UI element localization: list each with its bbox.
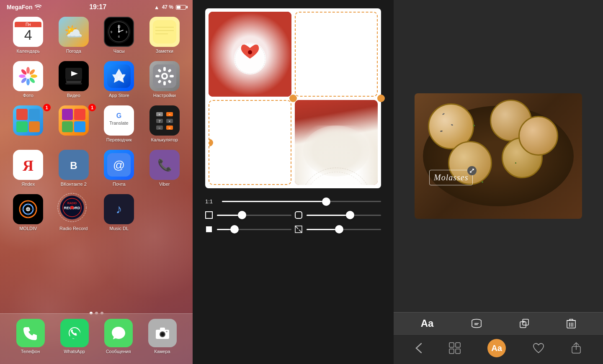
folder-mini-4	[29, 121, 40, 133]
app-translate[interactable]: G Translate Переводчик	[98, 105, 140, 142]
svg-text:6: 6	[118, 35, 120, 38]
viber-label: Viber	[159, 182, 170, 187]
svg-rect-91	[295, 212, 302, 218]
calc-icon: + ÷ 7 × − =	[149, 105, 180, 136]
app-viber[interactable]: 📞 Viber	[144, 150, 186, 187]
clock-label: Часы	[113, 49, 125, 54]
expand-slider-track-right[interactable]	[307, 229, 381, 230]
svg-point-20	[19, 74, 26, 78]
folder-mini-1	[16, 109, 28, 120]
weather-icon: ⛅	[59, 17, 89, 47]
grid-nav-btn[interactable]	[449, 342, 461, 354]
expand-slider-thumb-right[interactable]	[335, 225, 343, 233]
svg-text:RADIO: RADIO	[67, 202, 77, 205]
app-calendar[interactable]: Пн 4 Календарь	[8, 17, 49, 54]
app-photos[interactable]: Фото	[8, 61, 49, 98]
back-nav-btn[interactable]	[415, 343, 422, 354]
drag-handle-right[interactable]	[377, 95, 385, 102]
notes-label: Заметки	[156, 49, 173, 54]
app-folder1[interactable]: 1	[8, 105, 49, 142]
heart-nav-btn[interactable]	[533, 343, 544, 354]
app-notes[interactable]: Заметки	[144, 17, 186, 54]
svg-text:×: ×	[168, 119, 170, 123]
collage-canvas[interactable]	[205, 8, 381, 188]
app-folder2[interactable]: 1	[53, 105, 95, 142]
ratio-slider-thumb[interactable]	[322, 197, 330, 206]
text-overlay-box[interactable]: Molasses	[429, 170, 473, 185]
editor-canvas[interactable]: Molasses	[394, 0, 603, 312]
folder1-icon	[13, 105, 43, 136]
carrier-label: MegaFon	[7, 4, 32, 10]
record-label: Radio Record	[59, 226, 88, 231]
app-settings[interactable]: Настройки	[144, 61, 186, 98]
collage-cell-topleft[interactable]	[209, 12, 291, 97]
svg-text:📞: 📞	[157, 158, 172, 172]
collage-cell-topright[interactable]	[295, 12, 378, 97]
dock-messages[interactable]: Сообщения	[104, 319, 133, 354]
dock-phone[interactable]: Телефон	[16, 319, 45, 354]
musicdl-icon: ♪	[104, 194, 134, 224]
border-slider-thumb-left[interactable]	[238, 211, 246, 219]
app-grid: Пн 4 Календарь ⛅ Погода 12 6 9 3	[0, 13, 193, 235]
square-slider-track-left[interactable]	[217, 229, 291, 230]
app-weather[interactable]: ⛅ Погода	[53, 17, 95, 54]
text-editor-panel: molasses	[394, 0, 603, 364]
drag-handle-left[interactable]	[209, 139, 213, 146]
moldiv-label: MOLDIV	[19, 226, 37, 231]
dock-camera[interactable]: Камера	[148, 319, 177, 354]
share-nav-btn[interactable]	[571, 342, 581, 354]
dual-section-right1	[295, 211, 381, 219]
translate-label: Переводчик	[106, 137, 132, 142]
app-record[interactable]: RADIO RECORD Radio Record	[53, 194, 95, 231]
app-mail[interactable]: @ Почта	[98, 150, 140, 187]
svg-line-95	[299, 230, 302, 233]
app-clock[interactable]: 12 6 9 3 Часы	[98, 17, 140, 54]
app-calculator[interactable]: + ÷ 7 × − = Калькулятор	[144, 105, 186, 142]
svg-rect-110	[449, 349, 454, 354]
slider-controls: 1:1	[205, 198, 381, 233]
svg-point-87	[248, 50, 252, 54]
dock-whatsapp[interactable]: WhatsApp	[60, 319, 89, 354]
delete-tool-btn[interactable]	[567, 318, 576, 328]
weather-label: Погода	[66, 49, 81, 54]
svg-point-75	[70, 206, 74, 209]
video-icon	[59, 61, 89, 91]
border-slider-track-right[interactable]	[307, 215, 381, 216]
app-video[interactable]: Видео	[53, 61, 95, 98]
font-nav-btn[interactable]: Aa	[487, 339, 506, 357]
app-musicdl[interactable]: ♪ Music DL	[98, 194, 140, 231]
dual-section-right2	[295, 226, 381, 233]
status-bar: MegaFon 19:17 ▲ 47 %	[0, 0, 193, 13]
app-yandex[interactable]: Я Яndex	[8, 150, 49, 187]
border-slider-fill-left	[217, 215, 239, 216]
ratio-slider-track[interactable]	[222, 201, 381, 202]
drag-handle-bottom-center[interactable]	[289, 95, 297, 102]
align-tool-btn[interactable]	[471, 319, 482, 328]
svg-text:=: =	[168, 126, 170, 130]
app-vk[interactable]: B ВКонтакте 2	[53, 150, 95, 187]
settings-icon	[149, 61, 180, 91]
svg-text:Я: Я	[23, 157, 34, 174]
collage-cell-bottomleft[interactable]	[209, 100, 291, 185]
collage-cell-bottomright[interactable]	[295, 100, 378, 185]
app-moldiv[interactable]: MOLDIV	[8, 194, 49, 231]
phone-label: Телефон	[21, 349, 40, 354]
app-empty	[144, 194, 186, 231]
border-slider-track-left[interactable]	[217, 215, 291, 216]
calendar-icon: Пн 4	[13, 17, 43, 47]
status-left: MegaFon	[7, 4, 41, 10]
dual-section-left2	[205, 226, 291, 233]
square-slider-thumb-left[interactable]	[230, 225, 239, 233]
layer-tool-btn[interactable]	[519, 318, 529, 328]
folder2-mini-4	[74, 121, 85, 133]
folder2-mini-2	[74, 109, 85, 120]
battery-pct-label: 47 %	[162, 4, 173, 10]
photos-icon	[13, 61, 43, 91]
folder-mini-3	[16, 121, 28, 133]
border-slider-thumb-right[interactable]	[346, 211, 354, 219]
settings-label: Настройки	[153, 93, 176, 98]
font-tool-btn[interactable]: Aa	[421, 318, 434, 329]
ratio-slider-fill	[222, 201, 325, 202]
appstore-label: App Store	[109, 93, 129, 98]
app-appstore[interactable]: 𝒜 App Store	[98, 61, 140, 98]
